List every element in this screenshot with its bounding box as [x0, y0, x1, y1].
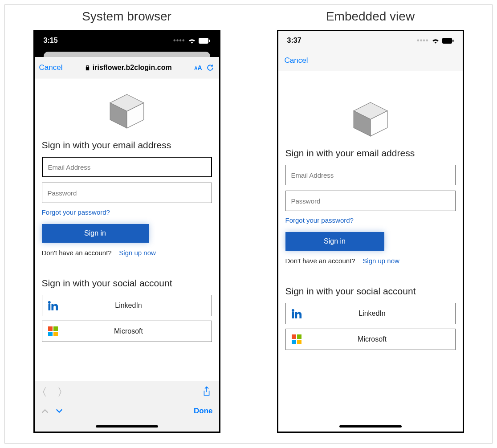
linkedin-icon	[42, 299, 64, 312]
linkedin-button[interactable]: LinkedIn	[285, 303, 456, 324]
cellular-dots-icon: ••••	[173, 37, 185, 45]
browser-done-toolbar: Done	[35, 401, 219, 421]
svg-rect-6	[53, 326, 58, 331]
browser-nav-toolbar: 〈 〉	[35, 381, 219, 401]
signin-button[interactable]: Sign in	[42, 224, 149, 243]
svg-rect-16	[292, 340, 296, 344]
signup-link[interactable]: Sign up now	[363, 257, 399, 265]
forgot-password-link[interactable]: Forgot your password?	[285, 216, 456, 224]
linkedin-label: LinkedIn	[64, 301, 212, 310]
social-heading: Sign in with your social account	[285, 286, 456, 297]
signin-heading: Sign in with your email address	[285, 148, 456, 159]
linkedin-label: LinkedIn	[307, 310, 455, 318]
app-logo	[42, 93, 212, 129]
background-tab-peek	[35, 50, 219, 57]
spacer	[285, 265, 456, 286]
svg-rect-9	[442, 38, 452, 44]
chevron-down-icon[interactable]	[55, 408, 63, 414]
spacer	[42, 257, 212, 278]
forward-button[interactable]: 〉	[58, 386, 61, 397]
microsoft-button[interactable]: Microsoft	[285, 329, 456, 350]
linkedin-button[interactable]: LinkedIn	[42, 295, 212, 316]
status-time: 3:15	[44, 37, 58, 45]
cancel-button[interactable]: Cancel	[39, 63, 63, 72]
status-icons: ••••	[417, 37, 453, 45]
phone-system-browser: 3:15 •••• Cancel irisflower.b2clogin.com…	[33, 30, 220, 433]
svg-rect-17	[297, 340, 301, 344]
text-size-button[interactable]: AA	[194, 64, 202, 71]
browser-address-bar: Cancel irisflower.b2clogin.com AA	[35, 57, 219, 78]
no-account-label: Don't have an account?	[42, 249, 112, 257]
svg-rect-14	[292, 334, 296, 339]
signin-content: Sign in with your email address Forgot y…	[35, 78, 219, 381]
microsoft-icon	[286, 334, 307, 345]
right-column: Embedded view 3:37 •••• Cancel	[277, 9, 464, 443]
home-indicator	[35, 421, 219, 432]
status-icons: ••••	[173, 37, 210, 45]
phone-embedded-view: 3:37 •••• Cancel Sign in	[277, 30, 464, 433]
cellular-dots-icon: ••••	[417, 37, 428, 45]
battery-icon	[442, 38, 454, 44]
left-column: System browser 3:15 •••• Cancel irisflow…	[33, 9, 220, 443]
forgot-password-link[interactable]: Forgot your password?	[42, 208, 212, 216]
svg-rect-15	[297, 334, 301, 339]
done-button[interactable]: Done	[194, 407, 213, 415]
signup-row: Don't have an account? Sign up now	[285, 257, 456, 265]
password-field[interactable]	[42, 183, 212, 203]
home-indicator	[278, 421, 463, 432]
microsoft-button[interactable]: Microsoft	[42, 321, 212, 342]
email-field[interactable]	[285, 165, 456, 185]
svg-rect-5	[48, 326, 53, 331]
app-logo	[285, 101, 456, 137]
signin-heading: Sign in with your email address	[42, 140, 212, 151]
signin-button[interactable]: Sign in	[285, 232, 384, 251]
password-field[interactable]	[285, 191, 456, 211]
linkedin-icon	[286, 307, 307, 320]
lock-icon	[85, 65, 90, 71]
cube-icon	[351, 101, 390, 137]
status-time: 3:37	[287, 37, 301, 45]
comparison-frame: System browser 3:15 •••• Cancel irisflow…	[4, 4, 493, 444]
right-title: Embedded view	[326, 9, 415, 24]
share-icon[interactable]	[202, 386, 211, 397]
signup-row: Don't have an account? Sign up now	[42, 249, 212, 257]
signup-link[interactable]: Sign up now	[119, 249, 156, 257]
svg-rect-10	[452, 40, 454, 42]
url-domain: irisflower.b2clogin.com	[93, 64, 172, 72]
microsoft-label: Microsoft	[307, 335, 455, 343]
svg-rect-0	[199, 38, 208, 44]
status-bar: 3:37 ••••	[278, 31, 463, 50]
signin-content: Sign in with your email address Forgot y…	[278, 71, 463, 421]
embedded-nav-bar: Cancel	[278, 50, 463, 71]
cancel-button[interactable]: Cancel	[285, 56, 308, 65]
cube-icon	[108, 93, 146, 129]
left-title: System browser	[82, 9, 171, 24]
back-button[interactable]: 〈	[43, 386, 46, 397]
svg-rect-1	[209, 40, 210, 42]
url-display[interactable]: irisflower.b2clogin.com	[66, 64, 191, 72]
svg-rect-8	[53, 332, 58, 336]
microsoft-icon	[42, 326, 64, 337]
svg-rect-7	[48, 332, 53, 336]
status-bar: 3:15 ••••	[35, 31, 219, 50]
social-heading: Sign in with your social account	[42, 278, 212, 289]
microsoft-label: Microsoft	[64, 327, 212, 335]
no-account-label: Don't have an account?	[285, 257, 355, 265]
battery-icon	[199, 38, 210, 44]
reload-icon[interactable]	[206, 63, 215, 72]
chevron-up-icon[interactable]	[41, 408, 49, 414]
email-field[interactable]	[42, 157, 212, 177]
wifi-icon	[432, 37, 440, 44]
wifi-icon	[188, 37, 196, 44]
